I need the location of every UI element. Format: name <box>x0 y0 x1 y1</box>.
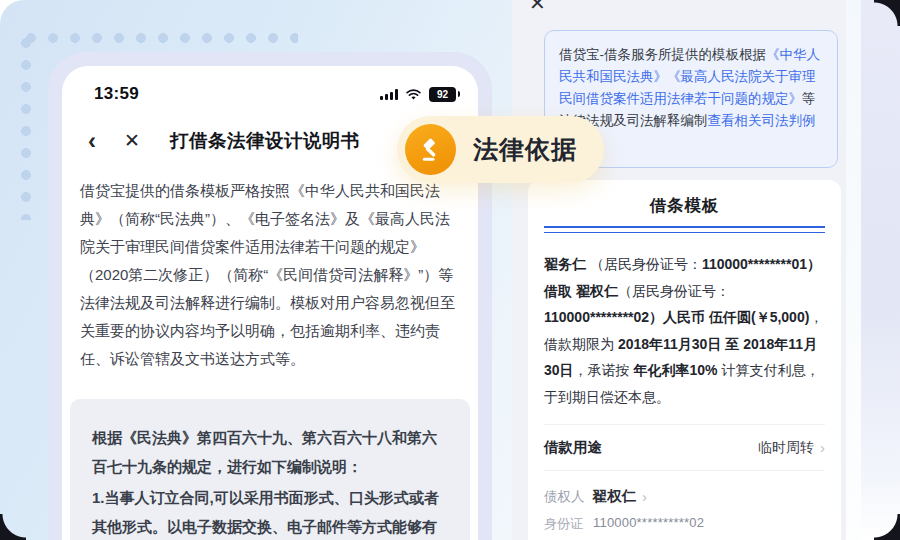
text-segment: （居民身份证号： <box>586 256 702 272</box>
third-panel-edge <box>861 0 900 540</box>
legal-intro-paragraph: 借贷宝提供的借条模板严格按照《中华人民共和国民法典》（简称“民法典”）、《电子签… <box>80 177 460 373</box>
page-background: 13:59 92 ‹ ✕ 打借条法律设计说明书 <box>0 0 900 540</box>
legal-basis-badge[interactable]: 法律依据 <box>397 116 604 183</box>
dot-grid-decoration <box>20 32 32 220</box>
text-segment: 借取 翟权仁 <box>544 283 618 299</box>
id-value: 110000**********02 <box>593 515 704 533</box>
text-segment: 年化利率10% <box>633 362 717 378</box>
text-segment: ，承诺按 <box>574 362 634 378</box>
text-segment: 110000********02） <box>544 309 663 325</box>
page-title: 打借条法律设计说明书 <box>170 128 360 153</box>
loan-purpose-value: 临时周转 <box>758 439 814 457</box>
chevron-right-icon: › <box>820 439 825 456</box>
text-segment: 借贷宝-借条服务所提供的模板根据 <box>559 47 766 62</box>
dot-grid-decoration <box>20 32 298 44</box>
creditor-row[interactable]: 债权人 翟权仁 › <box>544 487 825 506</box>
close-icon[interactable]: ✕ <box>124 129 140 152</box>
back-icon[interactable]: ‹ <box>88 130 96 152</box>
id-label: 身份证 <box>544 515 583 533</box>
loan-purpose-row[interactable]: 借款用途 临时周转 › <box>544 424 825 471</box>
chevron-right-icon: › <box>642 488 647 505</box>
note-line: 根据《民法典》第四百六十九、第六百六十八和第六百七十九条的规定，进行如下编制说明… <box>92 423 448 481</box>
loan-purpose-label: 借款用途 <box>544 438 602 457</box>
iou-template-card: 借条模板 翟务仁 （居民身份证号：110000********01）借取 翟权仁… <box>528 180 841 540</box>
creditor-name: 翟权仁 <box>593 487 637 506</box>
close-icon[interactable]: ✕ <box>529 0 546 15</box>
compilation-note-box: 根据《民法典》第四百六十九、第六百六十八和第六百七十九条的规定，进行如下编制说明… <box>70 399 470 540</box>
cellular-signal-icon <box>380 89 398 100</box>
note-text: 1.当事人订立合同,可以采用书面形式、口头形式或者其他形式。以电子数据交换、电子… <box>92 489 445 540</box>
text-segment: 110000********01） <box>702 256 821 272</box>
text-segment: （居民身份证号： <box>618 283 730 299</box>
legal-basis-label: 法律依据 <box>473 133 577 166</box>
creditor-id-row: 身份证 110000**********02 <box>544 515 825 533</box>
note-line: 1.当事人订立合同,可以采用书面形式、口头形式或者其他形式。以电子数据交换、电子… <box>92 483 448 540</box>
status-time: 13:59 <box>94 84 139 104</box>
tab-underline <box>544 226 825 233</box>
wifi-icon <box>405 88 422 101</box>
contract-text: 翟务仁 （居民身份证号：110000********01）借取 翟权仁（居民身份… <box>544 251 825 410</box>
right-phone-screen: ✕ 借贷宝-借条服务所提供的模板根据《中华人民共和国民法典》《最高人民法院关于审… <box>512 0 846 540</box>
status-bar: 13:59 92 <box>62 66 478 104</box>
text-segment: 翟务仁 <box>544 256 586 272</box>
inline-link[interactable]: 查看相关司法判例 <box>708 113 816 128</box>
gavel-icon <box>405 124 456 175</box>
tab-iou-template[interactable]: 借条模板 <box>528 180 841 217</box>
status-icons: 92 <box>380 87 456 102</box>
creditor-label: 债权人 <box>544 488 585 506</box>
battery-icon: 92 <box>429 87 456 102</box>
screenshot-canvas: 13:59 92 ‹ ✕ 打借条法律设计说明书 <box>0 0 900 540</box>
text-segment: 人民币 伍仟圆(￥5,000) <box>663 309 809 325</box>
